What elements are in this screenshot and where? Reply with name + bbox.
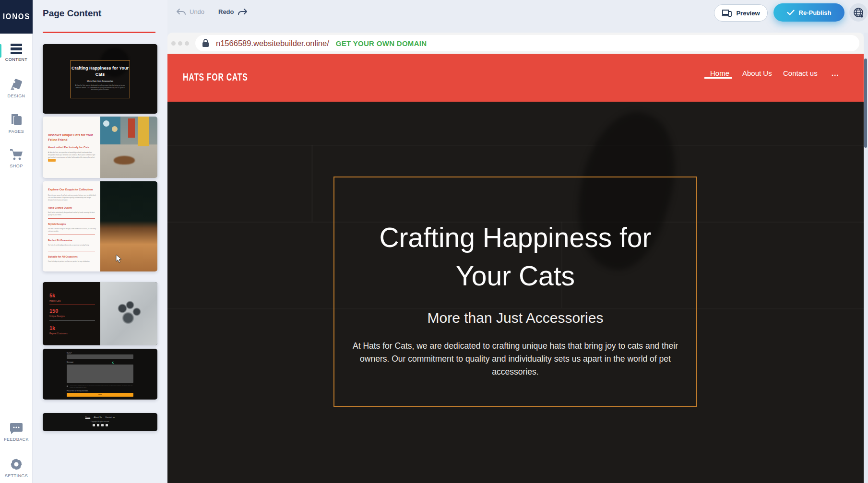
thumb-form-name-input [67, 354, 133, 359]
sidebar-item-label: SHOP [0, 164, 33, 168]
section-thumbnail-contact-form[interactable]: Name* Message I hereby agree that this d… [43, 349, 157, 400]
sidebar-item-label: CONTENT [0, 57, 33, 62]
section-thumbnail-footer[interactable]: Home About Us Contact us Copyright. All … [43, 413, 157, 431]
globe-language-button[interactable] [849, 3, 868, 22]
sidebar-item-feedback[interactable]: FEEDBACK [0, 421, 33, 442]
stat-value: 5k [49, 293, 55, 298]
window-dot [178, 41, 182, 46]
thumb-footer-link: Contact us [106, 416, 115, 418]
feedback-bubble-icon [0, 421, 33, 435]
hero-title: Crafting Happiness for Your Cats [343, 218, 688, 295]
divider [48, 235, 95, 235]
site-header[interactable]: HATS FOR CATS Home About Us Contact us .… [167, 54, 864, 102]
design-icon [0, 78, 33, 91]
thumb-footer-link: Home [85, 416, 91, 418]
thumb-hero-subtitle: More than Just Accessories [71, 80, 130, 82]
preview-browser-bar: n1566589.websitebuilder.online/ GET YOUR… [167, 33, 864, 54]
thumb-collection-heading: Explore Our Exquisite Collection [48, 188, 101, 191]
divider [48, 251, 95, 251]
get-domain-link[interactable]: GET YOUR OWN DOMAIN [336, 39, 427, 47]
thumb-footer-social-icons [43, 424, 157, 426]
thumb-about-subheading: Handcrafted Exclusively for Cats [48, 146, 98, 149]
ionos-logo[interactable]: IONOS [0, 0, 33, 34]
redo-label: Redo [218, 8, 234, 15]
sidebar-item-design[interactable]: DESIGN [0, 78, 33, 98]
section-thumbnail-collection[interactable]: Explore Our Exquisite Collection Dive in… [43, 181, 157, 271]
sidebar-item-content[interactable]: CONTENT [0, 41, 33, 62]
panel-accent-rule [43, 32, 155, 33]
divider [48, 218, 95, 219]
thumb-cat-fur-photo [100, 181, 157, 271]
lock-icon [202, 39, 209, 47]
thumb-form-consent-text: I hereby agree that this data will be st… [67, 385, 133, 389]
thumb-form-required-note: Please fill in all the required fields. [67, 390, 88, 392]
thumb-form-send-button: Send [67, 393, 133, 397]
active-item-indicator [0, 44, 1, 58]
republish-label: Re-Publish [799, 9, 832, 16]
content-icon [0, 41, 33, 55]
sidebar-item-label: DESIGN [0, 94, 33, 98]
thumb-collection-item-title: Stylish Designs [48, 223, 98, 225]
nav-item-contact-us[interactable]: Contact us [783, 69, 818, 77]
devices-icon [722, 9, 732, 17]
thumb-collection-item-title: Suitable for All Occasions [48, 255, 98, 258]
url-field[interactable]: n1566589.websitebuilder.online/ GET YOUR… [195, 35, 859, 51]
stat-value: 150 [49, 308, 58, 314]
thumb-form-message-label: Message [67, 361, 73, 363]
divider [49, 305, 95, 305]
thumb-collection-item-body: Each hat is meticulously designed and cr… [48, 212, 96, 216]
stat-label: Repeat Customers [49, 332, 68, 335]
sidebar-item-label: PAGES [0, 129, 33, 134]
thumb-form-emoji-icon [112, 362, 114, 364]
thumb-collection-item-title: Hand-Crafted Quality [48, 206, 98, 209]
hero-subtitle: More than Just Accessories [343, 310, 688, 326]
republish-button[interactable]: Re-Publish [773, 3, 844, 22]
thumb-form-message-textarea [67, 365, 133, 383]
hero-body-text: At Hats for Cats, we are dedicated to cr… [347, 340, 683, 378]
section-thumbnail-stats[interactable]: 5k Happy Cats 150 Unique Designs 1k Repe… [43, 282, 157, 345]
thumb-collection-intro: Dive into our range of cat hats and acce… [48, 194, 96, 201]
thumb-pawprint-photo [100, 282, 157, 345]
thumb-footer-copyright: Copyright. All rights reserved. [43, 421, 157, 423]
thumb-footer-link: About Us [94, 416, 102, 418]
page-content-panel: Page Content Crafting Happiness for Your… [33, 0, 167, 483]
thumb-hero-body: At Hats for Cats, we are dedicated to cr… [71, 84, 130, 91]
preview-label: Preview [736, 10, 760, 17]
sidebar-item-settings[interactable]: SETTINGS [0, 458, 33, 478]
pages-icon [0, 113, 33, 127]
redo-button[interactable]: Redo [218, 8, 247, 15]
section-thumbnail-about[interactable]: Discover Unique Hats for Your Feline Fri… [43, 117, 157, 178]
thumb-hero-title: Crafting Happiness for Your Cats [71, 65, 130, 78]
nav-active-underline [704, 77, 732, 79]
check-icon [787, 10, 795, 15]
globe-icon [853, 7, 864, 18]
redo-arrow-icon [238, 9, 247, 15]
nav-item-about-us[interactable]: About Us [742, 69, 772, 77]
preview-scrollbar-thumb[interactable] [864, 59, 867, 148]
thumb-collection-item-body: From birthdays to parties, our hats are … [48, 260, 96, 263]
ionos-logo-text: IONOS [2, 12, 30, 22]
preview-button[interactable]: Preview [714, 4, 768, 22]
undo-button[interactable]: Undo [177, 8, 204, 15]
section-thumbnail-hero[interactable]: Crafting Happiness for Your Cats More th… [43, 44, 157, 114]
thumb-form-name-label: Name* [67, 352, 72, 354]
sidebar-item-shop[interactable]: SHOP [0, 148, 33, 168]
nav-item-home[interactable]: Home [710, 69, 729, 77]
thumb-collection-item-title: Perfect Fit Guarantee [48, 239, 98, 242]
site-url[interactable]: n1566589.websitebuilder.online/ [216, 39, 329, 48]
thumb-collection-item-body: We offer a diverse range of designs, fro… [48, 228, 96, 233]
thumb-shop-now-button: Shop Now [48, 159, 56, 162]
stat-label: Unique Designs [49, 315, 65, 318]
window-dot [171, 41, 176, 46]
sidebar-item-pages[interactable]: PAGES [0, 113, 33, 134]
thumb-hero-box: Crafting Happiness for Your Cats More th… [70, 60, 130, 98]
site-logo-text[interactable]: HATS FOR CATS [183, 71, 248, 83]
shop-cart-icon [0, 148, 33, 161]
sidebar-item-label: SETTINGS [0, 473, 33, 478]
app-sidebar: IONOS CONTENT DESIGN PAGES SHOP FEEDBACK [0, 0, 33, 483]
site-hero-section[interactable]: Crafting Happiness for Your Cats More th… [167, 102, 864, 483]
nav-item-more[interactable]: ... [832, 69, 839, 77]
thumb-about-heading: Discover Unique Hats for Your Feline Fri… [48, 133, 96, 142]
hero-title-line2: Your Cats [343, 257, 688, 295]
hero-title-line1: Crafting Happiness for [343, 218, 688, 257]
